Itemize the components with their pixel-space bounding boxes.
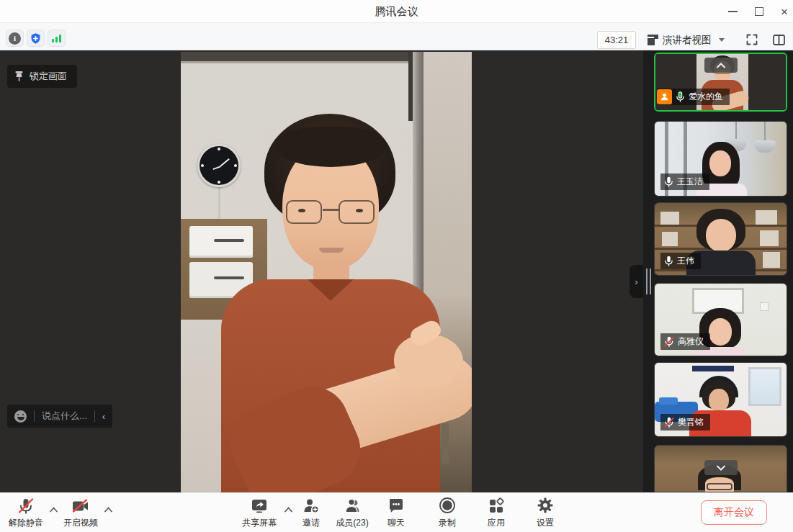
fullscreen-button[interactable] — [742, 30, 761, 49]
meeting-timer: 43:21 — [597, 31, 636, 49]
participant-namebar: 王玉洁 — [660, 173, 709, 190]
layout-view-icon — [648, 35, 658, 45]
quick-chat-placeholder[interactable]: 说点什么... — [42, 410, 87, 423]
invite-icon — [302, 497, 321, 515]
participant-namebar: 爱水的鱼 — [657, 89, 730, 105]
speaker-video[interactable] — [181, 52, 472, 492]
meeting-toolbar: i 43:21 演讲者视图 — [0, 23, 793, 50]
control-bar: 解除静音 开启视频 — [0, 492, 793, 532]
scroll-down-button[interactable] — [704, 460, 738, 475]
view-selector-label: 演讲者视图 — [663, 34, 712, 47]
share-screen-button[interactable]: 共享屏幕 — [238, 497, 281, 529]
meeting-info-button[interactable]: i — [6, 30, 24, 47]
chat-button[interactable]: 聊天 — [380, 497, 412, 529]
quick-chat-bar[interactable]: 说点什么... ‹ — [7, 405, 112, 428]
participant-tile[interactable]: 樊晋铭 — [654, 362, 787, 437]
chevron-right-icon: › — [635, 276, 637, 287]
mic-muted-icon — [664, 417, 674, 428]
participant-tile[interactable]: 王玉洁 — [654, 121, 787, 197]
participant-tile[interactable]: 王伟 — [654, 202, 787, 276]
share-screen-label: 共享屏幕 — [242, 517, 277, 529]
expand-panel-handle[interactable]: › — [630, 265, 643, 298]
unmute-button[interactable]: 解除静音 — [6, 497, 46, 529]
participant-name: 爱水的鱼 — [689, 91, 723, 103]
close-icon: × — [781, 6, 788, 18]
chat-icon — [387, 497, 405, 515]
network-button[interactable] — [48, 30, 66, 47]
participant-namebar: 王伟 — [660, 253, 701, 269]
start-video-label: 开启视频 — [63, 517, 98, 529]
invite-button[interactable]: 邀请 — [295, 497, 327, 529]
mic-muted-icon — [664, 336, 674, 348]
mic-on-icon — [664, 256, 673, 267]
lock-view-label: 锁定画面 — [30, 70, 67, 83]
mic-active-icon — [676, 91, 685, 103]
titlebar: 腾讯会议 × — [0, 0, 793, 23]
panel-resize-handle[interactable] — [645, 268, 651, 295]
collapse-chat-icon[interactable]: ‹ — [102, 411, 105, 422]
mic-on-icon — [664, 176, 673, 188]
glasses — [286, 200, 322, 224]
participant-tile-partial[interactable] — [654, 445, 787, 492]
wall-clock — [197, 144, 241, 187]
participant-namebar: 高雅仪 — [660, 333, 710, 350]
side-panel-toggle-button[interactable] — [769, 30, 789, 49]
participants-panel: 爱水的鱼 王玉洁 — [643, 50, 793, 492]
close-button[interactable]: × — [772, 0, 793, 23]
start-video-button[interactable]: 开启视频 — [61, 497, 101, 529]
apps-label: 应用 — [488, 517, 505, 529]
main-stage: 锁定画面 说点什么... ‹ › — [0, 50, 643, 492]
shield-icon — [30, 32, 42, 45]
camera-off-icon — [71, 497, 91, 515]
settings-label: 设置 — [537, 517, 554, 529]
participant-tile[interactable]: 高雅仪 — [654, 283, 787, 356]
participant-name: 高雅仪 — [678, 335, 704, 348]
members-icon — [343, 497, 362, 515]
tencent-meeting-window: 腾讯会议 × i 43:21 — [0, 0, 793, 532]
chevron-down-icon — [716, 465, 726, 471]
info-icon: i — [9, 32, 21, 45]
apps-icon — [488, 497, 505, 515]
participant-name: 王玉洁 — [677, 176, 703, 188]
gear-icon — [536, 497, 555, 515]
members-label: 成员(23) — [336, 517, 368, 529]
split-view-icon — [773, 35, 785, 45]
video-options-chevron[interactable] — [104, 502, 113, 515]
maximize-icon — [755, 7, 763, 16]
signal-icon — [51, 33, 62, 43]
collapse-list-button[interactable] — [704, 58, 738, 73]
chat-label: 聊天 — [387, 517, 405, 529]
share-screen-icon — [250, 497, 269, 515]
leave-meeting-button[interactable]: 离开会议 — [701, 500, 767, 525]
lock-view-button[interactable]: 锁定画面 — [7, 65, 77, 88]
mic-options-chevron[interactable] — [49, 502, 58, 515]
record-label: 录制 — [439, 517, 456, 529]
view-selector[interactable]: 演讲者视图 — [645, 31, 727, 49]
emoji-icon[interactable] — [14, 410, 27, 423]
mic-muted-icon — [17, 497, 35, 515]
minimize-button[interactable] — [720, 0, 745, 23]
participant-tile-self[interactable]: 爱水的鱼 — [654, 53, 787, 112]
settings-button[interactable]: 设置 — [529, 497, 562, 529]
host-badge-icon — [657, 89, 672, 104]
window-title: 腾讯会议 — [0, 0, 793, 23]
chevron-up-icon — [716, 63, 726, 68]
invite-label: 邀请 — [303, 517, 320, 529]
participant-name: 王伟 — [677, 255, 694, 267]
participant-name: 樊晋铭 — [678, 416, 704, 428]
unmute-label: 解除静音 — [9, 517, 43, 529]
record-icon — [438, 497, 457, 515]
fullscreen-icon — [746, 34, 758, 45]
pin-icon — [14, 71, 24, 82]
members-button[interactable]: 成员(23) — [330, 497, 375, 529]
security-button[interactable] — [27, 30, 45, 47]
record-button[interactable]: 录制 — [431, 497, 464, 529]
maximize-button[interactable] — [747, 0, 771, 23]
participant-namebar: 樊晋铭 — [660, 414, 710, 430]
minimize-icon — [728, 11, 738, 12]
share-options-chevron[interactable] — [284, 502, 293, 515]
apps-button[interactable]: 应用 — [480, 497, 513, 529]
chevron-down-icon — [719, 38, 725, 42]
